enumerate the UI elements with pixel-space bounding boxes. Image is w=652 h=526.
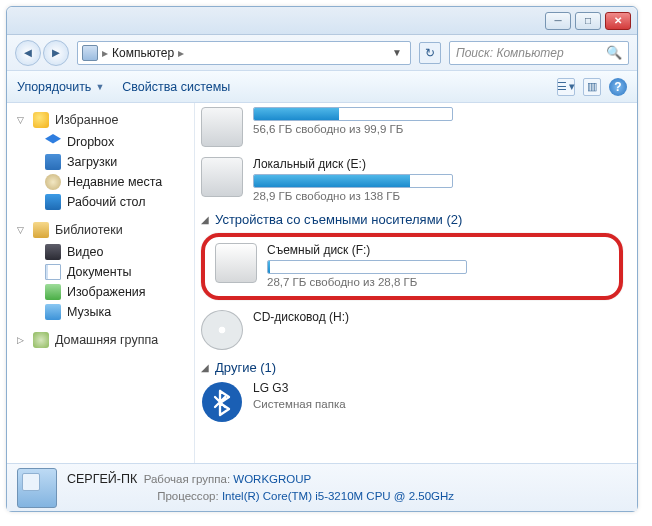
- help-button[interactable]: ?: [609, 78, 627, 96]
- sidebar-item-recent[interactable]: Недавние места: [45, 172, 194, 192]
- music-icon: [45, 304, 61, 320]
- drive-item-e[interactable]: Локальный диск (E:) 28,9 ГБ свободно из …: [201, 157, 627, 202]
- device-name-label: LG G3: [253, 381, 627, 395]
- sidebar-favorites[interactable]: ▽ Избранное: [17, 112, 194, 128]
- organize-menu[interactable]: Упорядочить▼: [17, 80, 104, 94]
- dropbox-icon: [45, 134, 61, 150]
- highlight-annotation: Съемный диск (F:) 28,7 ГБ свободно из 28…: [201, 233, 623, 300]
- usage-bar: [267, 260, 467, 274]
- drive-free-text: 28,7 ГБ свободно из 28,8 ГБ: [267, 276, 609, 288]
- sidebar-libraries[interactable]: ▽ Библиотеки: [17, 222, 194, 238]
- chevron-down-icon: ◢: [201, 214, 209, 225]
- downloads-icon: [45, 154, 61, 170]
- details-pane: СЕРГЕЙ-ПК Рабочая группа: WORKGROUP СЕРГ…: [7, 463, 637, 511]
- sidebar-item-videos[interactable]: Видео: [45, 242, 194, 262]
- navigation-pane: ▽ Избранное Dropbox Загрузки Недавние ме…: [7, 103, 195, 463]
- drive-name-label: CD-дисковод (H:): [253, 310, 627, 324]
- computer-icon: [17, 468, 57, 508]
- explorer-window: ─ □ ✕ ◄ ► ▸ Компьютер ▸ ▼ ↻ Поиск: Компь…: [6, 6, 638, 512]
- device-desc-label: Системная папка: [253, 398, 627, 410]
- maximize-button[interactable]: □: [575, 12, 601, 30]
- drive-free-text: 28,9 ГБ свободно из 138 ГБ: [253, 190, 627, 202]
- video-icon: [45, 244, 61, 260]
- sidebar-item-downloads[interactable]: Загрузки: [45, 152, 194, 172]
- sidebar-homegroup[interactable]: ▷ Домашняя группа: [17, 332, 194, 348]
- sidebar-item-dropbox[interactable]: Dropbox: [45, 132, 194, 152]
- device-item-bluetooth[interactable]: LG G3 Системная папка: [201, 381, 627, 423]
- titlebar: ─ □ ✕: [7, 7, 637, 35]
- pc-name-label: СЕРГЕЙ-ПК: [67, 472, 137, 486]
- search-placeholder: Поиск: Компьютер: [456, 46, 564, 60]
- bluetooth-icon: [201, 381, 243, 423]
- toolbar: Упорядочить▼ Свойства системы ☰▾ ▥ ?: [7, 71, 637, 103]
- breadcrumb-root: Компьютер: [112, 46, 174, 60]
- system-properties-button[interactable]: Свойства системы: [122, 80, 230, 94]
- drive-free-text: 56,6 ГБ свободно из 99,9 ГБ: [253, 123, 627, 135]
- preview-pane-button[interactable]: ▥: [583, 78, 601, 96]
- libraries-icon: [33, 222, 49, 238]
- drive-name-label: Съемный диск (F:): [267, 243, 609, 257]
- drive-item-cd[interactable]: CD-дисковод (H:): [201, 310, 627, 350]
- chevron-down-icon: ▽: [17, 225, 27, 235]
- close-button[interactable]: ✕: [605, 12, 631, 30]
- address-bar[interactable]: ▸ Компьютер ▸ ▼: [77, 41, 411, 65]
- desktop-icon: [45, 194, 61, 210]
- sidebar-item-pictures[interactable]: Изображения: [45, 282, 194, 302]
- content-pane: 56,6 ГБ свободно из 99,9 ГБ Локальный ди…: [195, 103, 637, 463]
- star-icon: [33, 112, 49, 128]
- navigation-row: ◄ ► ▸ Компьютер ▸ ▼ ↻ Поиск: Компьютер 🔍: [7, 35, 637, 71]
- cd-drive-icon: [201, 310, 243, 350]
- group-other[interactable]: ◢ Другие (1): [201, 360, 627, 375]
- chevron-down-icon: ◢: [201, 362, 209, 373]
- chevron-down-icon: ▽: [17, 115, 27, 125]
- search-input[interactable]: Поиск: Компьютер 🔍: [449, 41, 629, 65]
- recent-icon: [45, 174, 61, 190]
- refresh-button[interactable]: ↻: [419, 42, 441, 64]
- homegroup-icon: [33, 332, 49, 348]
- drive-item-f[interactable]: Съемный диск (F:) 28,7 ГБ свободно из 28…: [215, 243, 609, 288]
- removable-drive-icon: [215, 243, 257, 283]
- drive-icon: [201, 107, 243, 147]
- computer-icon: [82, 45, 98, 61]
- forward-button[interactable]: ►: [43, 40, 69, 66]
- group-removable-devices[interactable]: ◢ Устройства со съемными носителями (2): [201, 212, 627, 227]
- back-button[interactable]: ◄: [15, 40, 41, 66]
- usage-bar: [253, 174, 453, 188]
- drive-icon: [201, 157, 243, 197]
- search-icon: 🔍: [606, 45, 622, 60]
- address-dropdown-icon[interactable]: ▼: [388, 47, 406, 58]
- usage-bar: [253, 107, 453, 121]
- sidebar-item-music[interactable]: Музыка: [45, 302, 194, 322]
- minimize-button[interactable]: ─: [545, 12, 571, 30]
- image-icon: [45, 284, 61, 300]
- sidebar-item-documents[interactable]: Документы: [45, 262, 194, 282]
- sidebar-item-desktop[interactable]: Рабочий стол: [45, 192, 194, 212]
- document-icon: [45, 264, 61, 280]
- view-button[interactable]: ☰▾: [557, 78, 575, 96]
- chevron-right-icon: ▷: [17, 335, 27, 345]
- drive-name-label: Локальный диск (E:): [253, 157, 627, 171]
